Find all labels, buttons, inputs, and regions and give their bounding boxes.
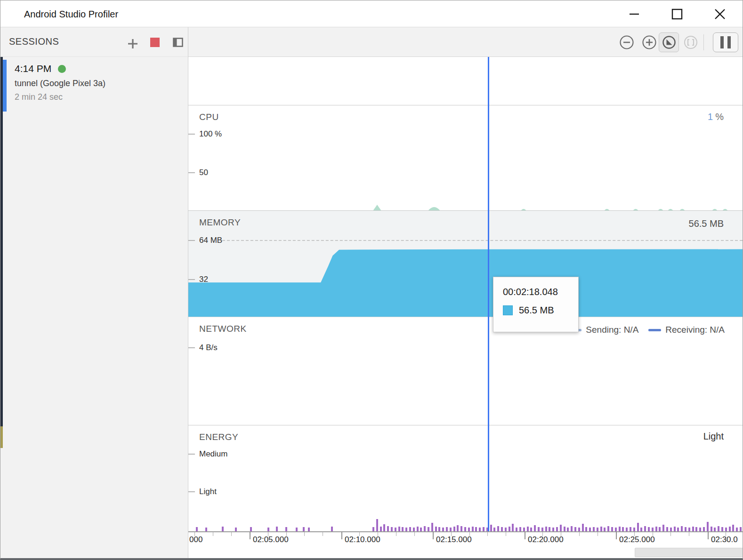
energy-bar [413, 528, 415, 531]
zoom-in-icon[interactable] [642, 35, 656, 49]
toolbar-divider [703, 34, 704, 50]
event-timeline-row[interactable] [188, 57, 743, 105]
energy-bar [567, 528, 569, 531]
network-axis-tick: 4 B/s [188, 343, 218, 352]
energy-bar [276, 527, 278, 531]
horizontal-scrollbar-thumb[interactable] [635, 548, 743, 557]
timeline-minor-tick [598, 532, 598, 536]
energy-bar [578, 528, 580, 531]
energy-bar [331, 527, 333, 531]
stop-session-icon[interactable] [150, 38, 160, 47]
energy-bar [417, 527, 419, 531]
energy-bar [725, 528, 727, 531]
energy-bar [497, 526, 499, 531]
titlebar: Android Studio Profiler [0, 0, 743, 27]
energy-bar [611, 527, 613, 531]
window-title: Android Studio Profiler [24, 9, 118, 20]
collapse-panel-icon[interactable] [173, 38, 183, 47]
cpu-chart-section[interactable]: CPU 1% 100 % 50 [188, 105, 743, 210]
energy-bar [376, 519, 378, 531]
energy-bar [666, 527, 668, 531]
energy-bar [674, 527, 676, 531]
energy-bar [695, 527, 697, 531]
energy-bar [574, 527, 576, 531]
close-button[interactable] [713, 7, 727, 21]
energy-bar [699, 528, 701, 531]
timeline-minor-tick [323, 532, 323, 536]
energy-bar [428, 527, 429, 531]
chart-toolbar [188, 27, 743, 57]
memory-chart-section[interactable]: MEMORY 56.5 MB 64 MB 32 [188, 210, 743, 317]
profiler-window: Android Studio Profiler SESSIONS [0, 0, 743, 560]
energy-bar [468, 528, 470, 531]
memory-swatch-icon [503, 305, 513, 315]
energy-bar [308, 528, 310, 531]
energy-bar [659, 527, 661, 531]
reset-zoom-icon [662, 35, 676, 49]
energy-bar [303, 527, 305, 531]
energy-bar [582, 524, 584, 531]
energy-bar [222, 527, 224, 531]
energy-bar [685, 527, 686, 531]
energy-bar [633, 528, 635, 531]
energy-bar [648, 527, 650, 531]
energy-bar [446, 527, 448, 531]
pause-icon [720, 36, 724, 48]
energy-bar [493, 528, 495, 531]
timeline-minor-tick [579, 532, 580, 536]
energy-bar [395, 528, 396, 531]
tooltip-timestamp: 00:02:18.048 [503, 287, 578, 297]
energy-bar [523, 528, 525, 531]
energy-bar [688, 528, 690, 531]
memory-current-value: 56.5 MB [689, 218, 724, 229]
energy-bar [545, 527, 547, 531]
energy-bar [372, 527, 374, 531]
energy-bar [718, 526, 719, 531]
network-chart-section[interactable]: NETWORK Sending: N/A Receiving: N/A 4 B/… [188, 317, 743, 425]
minimize-button[interactable] [627, 7, 641, 21]
sessions-title: SESSIONS [9, 36, 59, 47]
energy-bar [622, 527, 624, 531]
add-session-icon[interactable] [128, 39, 138, 49]
energy-bar [600, 527, 602, 531]
session-item[interactable]: 4:14 PM tunnel (Google Pixel 3a) 2 min 2… [0, 57, 188, 113]
minimize-icon [629, 9, 639, 19]
energy-bar [670, 528, 672, 531]
zoom-out-icon[interactable] [620, 35, 634, 49]
memory-area-series [188, 249, 743, 317]
energy-bar [556, 527, 558, 531]
session-time: 4:14 PM [15, 63, 51, 74]
session-device: tunnel (Google Pixel 3a) [15, 79, 188, 88]
energy-bar [549, 527, 550, 531]
timeline-major-tick [433, 532, 434, 539]
reset-zoom-button[interactable] [659, 32, 679, 52]
energy-bar [453, 527, 455, 531]
energy-bar [457, 525, 459, 531]
pause-live-button[interactable] [713, 32, 738, 52]
maximize-button[interactable] [670, 7, 684, 21]
session-duration: 2 min 24 sec [15, 92, 188, 102]
energy-bar [387, 526, 389, 531]
timeline-selection-line[interactable] [488, 57, 489, 531]
energy-bar [405, 528, 407, 531]
energy-bar [442, 528, 444, 531]
memory-usage-chart [188, 211, 743, 317]
zoom-to-selection-icon[interactable] [684, 35, 698, 49]
timeline-minor-tick [304, 532, 305, 536]
energy-bar [285, 527, 287, 531]
energy-bar [662, 525, 664, 531]
energy-bar [380, 527, 382, 531]
pause-icon [727, 36, 731, 48]
memory-max-gridline [222, 240, 743, 241]
energy-bar [534, 525, 536, 531]
timeline-minor-tick [689, 532, 689, 536]
timeline-label: 02:20.000 [528, 535, 564, 544]
energy-bar [640, 528, 642, 531]
timeline-label: 02:05.000 [253, 535, 289, 544]
energy-bar [597, 528, 598, 531]
energy-bar [501, 527, 503, 531]
energy-bar [483, 527, 485, 531]
energy-bar [409, 527, 411, 531]
profiler-charts-area: CPU 1% 100 % 50 MEMORY 56.5 MB 64 MB 32 … [188, 27, 743, 558]
energy-bar [267, 528, 269, 531]
